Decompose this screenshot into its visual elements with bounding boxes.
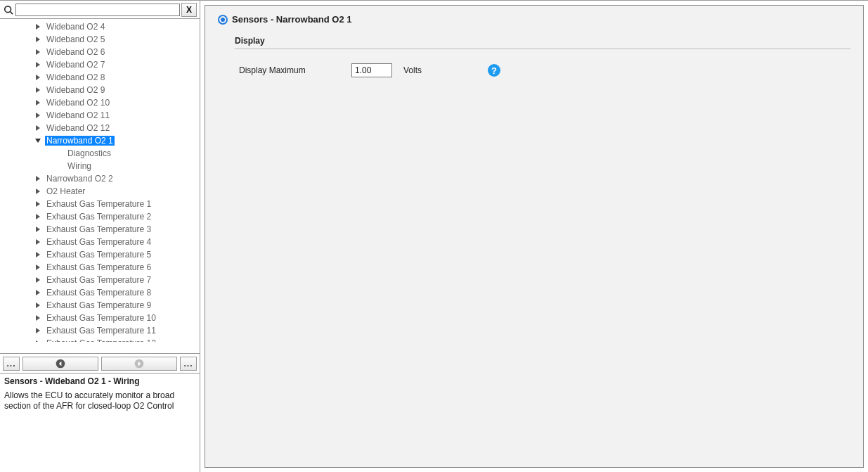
tree-item-label: Exhaust Gas Temperature 4 [45, 237, 153, 247]
tree-item-label: Wideband O2 4 [45, 22, 106, 32]
content-panel: Sensors - Narrowband O2 1 Display Displa… [200, 1, 868, 472]
help-title: Sensors - Wideband O2 1 - Wiring [4, 376, 195, 386]
tree-item[interactable]: Wideband O2 5 [0, 33, 200, 46]
chevron-right-icon[interactable] [34, 60, 42, 69]
tree-item-label: Narrowband O2 2 [45, 174, 115, 184]
tree-item[interactable]: Exhaust Gas Temperature 5 [0, 248, 200, 261]
tree-item-label: Wideband O2 8 [45, 72, 106, 82]
chevron-right-icon[interactable] [34, 174, 42, 183]
chevron-right-icon[interactable] [34, 35, 42, 44]
tree-item[interactable]: Exhaust Gas Temperature 2 [0, 210, 200, 223]
tree-item-label: Wideband O2 7 [45, 60, 106, 70]
tree-item-label: Exhaust Gas Temperature 6 [45, 262, 153, 272]
tree-item-label: Wideband O2 10 [45, 98, 111, 108]
tree-view: Wideband O2 4Wideband O2 5Wideband O2 6W… [0, 19, 200, 354]
search-input[interactable] [15, 4, 180, 16]
tree-item[interactable]: O2 Heater [0, 185, 200, 198]
tree-item[interactable]: Wideband O2 12 [0, 122, 200, 134]
chevron-down-icon[interactable] [34, 136, 42, 145]
tree-item-label: Wiring [66, 161, 93, 171]
tree-item-label: Exhaust Gas Temperature 1 [45, 199, 153, 209]
search-icon [3, 4, 14, 15]
tree-item[interactable]: Wideband O2 8 [0, 71, 200, 84]
tree-child-item[interactable]: Wiring [0, 160, 200, 172]
tree-item[interactable]: Wideband O2 10 [0, 96, 200, 109]
search-bar: X [0, 1, 200, 19]
help-icon[interactable]: ? [488, 64, 500, 77]
chevron-right-icon[interactable] [34, 238, 42, 246]
tree-item[interactable]: Wideband O2 4 [0, 20, 200, 33]
tree-item[interactable]: Exhaust Gas Temperature 6 [0, 261, 200, 274]
tree-item-label: Narrowband O2 1 [45, 136, 115, 146]
chevron-right-icon[interactable] [34, 86, 42, 94]
tree-item[interactable]: Exhaust Gas Temperature 12 [0, 337, 200, 342]
target-icon [218, 15, 228, 25]
display-maximum-input[interactable] [351, 63, 392, 77]
chevron-right-icon[interactable] [34, 225, 42, 234]
tree-item-label: Exhaust Gas Temperature 5 [45, 250, 153, 260]
help-pane: Sensors - Wideband O2 1 - Wiring Allows … [0, 374, 200, 472]
tree-item[interactable]: Wideband O2 7 [0, 58, 200, 71]
nav-more-back-button[interactable]: ... [3, 357, 20, 371]
svg-point-0 [5, 6, 11, 12]
tree-item-label: O2 Heater [45, 186, 86, 196]
chevron-right-icon[interactable] [34, 124, 42, 132]
tree-item[interactable]: Exhaust Gas Temperature 1 [0, 198, 200, 210]
tree-item[interactable]: Exhaust Gas Temperature 4 [0, 236, 200, 248]
left-panel: X Wideband O2 4Wideband O2 5Wideband O2 … [0, 1, 200, 472]
app-root: X Wideband O2 4Wideband O2 5Wideband O2 … [0, 0, 868, 472]
search-clear-button[interactable]: X [181, 3, 197, 17]
tree-item[interactable]: Wideband O2 11 [0, 109, 200, 122]
tree-item-label: Exhaust Gas Temperature 10 [45, 313, 157, 323]
display-group: Display Display Maximum Volts ? [235, 36, 850, 77]
field-row-display-maximum: Display Maximum Volts ? [239, 63, 850, 77]
field-unit: Volts [403, 65, 474, 75]
chevron-right-icon[interactable] [34, 250, 42, 259]
content-inner: Sensors - Narrowband O2 1 Display Displa… [205, 5, 864, 468]
tree-item[interactable]: Exhaust Gas Temperature 3 [0, 223, 200, 236]
tree-item[interactable]: Narrowband O2 1 [0, 134, 200, 147]
tree-item[interactable]: Exhaust Gas Temperature 8 [0, 286, 200, 299]
tree-item-label: Wideband O2 11 [45, 110, 111, 120]
history-nav: ... ... [0, 354, 200, 374]
tree-item[interactable]: Narrowband O2 2 [0, 172, 200, 185]
chevron-right-icon[interactable] [34, 73, 42, 82]
chevron-right-icon[interactable] [34, 276, 42, 284]
page-title-row: Sensors - Narrowband O2 1 [218, 14, 850, 25]
tree-item[interactable]: Wideband O2 9 [0, 84, 200, 96]
chevron-right-icon[interactable] [34, 314, 42, 322]
tree-item-label: Diagnostics [66, 148, 112, 158]
tree-scroll[interactable]: Wideband O2 4Wideband O2 5Wideband O2 6W… [0, 19, 200, 342]
chevron-right-icon[interactable] [34, 212, 42, 221]
nav-back-button[interactable] [22, 357, 98, 371]
tree-item-label: Exhaust Gas Temperature 9 [45, 300, 153, 310]
tree-item[interactable]: Wideband O2 6 [0, 46, 200, 58]
page-title: Sensors - Narrowband O2 1 [232, 14, 352, 25]
chevron-right-icon[interactable] [34, 111, 42, 120]
nav-more-forward-button[interactable]: ... [180, 357, 197, 371]
tree-item[interactable]: Exhaust Gas Temperature 9 [0, 299, 200, 312]
chevron-right-icon[interactable] [34, 187, 42, 196]
tree-item-label: Wideband O2 6 [45, 47, 106, 57]
tree-item[interactable]: Exhaust Gas Temperature 10 [0, 312, 200, 324]
chevron-right-icon[interactable] [34, 48, 42, 56]
chevron-right-icon[interactable] [34, 23, 42, 31]
tree-item-label: Exhaust Gas Temperature 7 [45, 275, 153, 285]
tree-item-label: Wideband O2 9 [45, 85, 106, 95]
tree-item[interactable]: Exhaust Gas Temperature 11 [0, 324, 200, 337]
chevron-right-icon[interactable] [34, 301, 42, 310]
chevron-right-icon[interactable] [34, 200, 42, 208]
tree-item-label: Wideband O2 12 [45, 123, 111, 133]
tree-horizontal-scrollbar[interactable] [0, 342, 200, 353]
tree-child-item[interactable]: Diagnostics [0, 147, 200, 160]
tree-item[interactable]: Exhaust Gas Temperature 7 [0, 274, 200, 286]
chevron-right-icon[interactable] [34, 263, 42, 272]
field-label: Display Maximum [239, 65, 351, 75]
chevron-right-icon[interactable] [34, 326, 42, 335]
chevron-right-icon[interactable] [34, 288, 42, 297]
help-body: Allows the ECU to accurately monitor a b… [4, 390, 195, 412]
tree-item-label: Exhaust Gas Temperature 8 [45, 288, 153, 298]
nav-forward-button[interactable] [101, 357, 177, 371]
tree-item-label: Wideband O2 5 [45, 34, 106, 44]
chevron-right-icon[interactable] [34, 98, 42, 107]
